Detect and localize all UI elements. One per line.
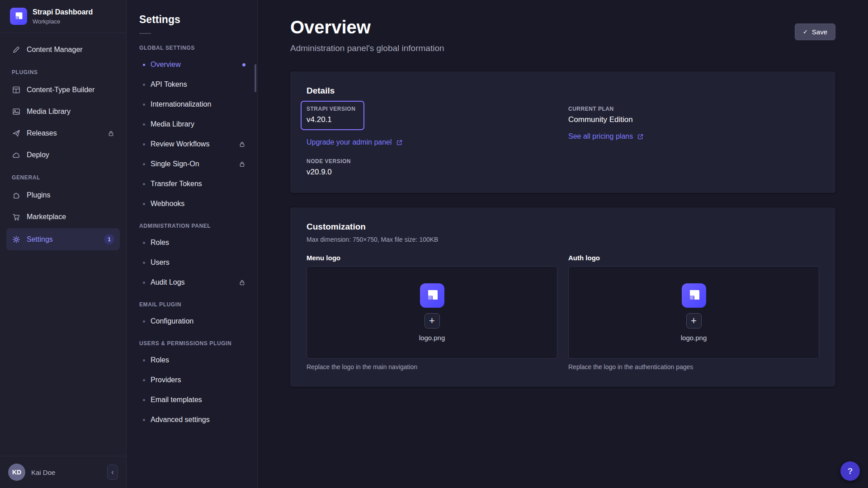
subnav-item-webhooks[interactable]: Webhooks (127, 194, 257, 214)
subnav-item-label: Email templates (151, 394, 202, 405)
subnav-item-overview[interactable]: Overview (127, 55, 257, 75)
menu-logo-caption: Replace the logo in the main navigation (307, 363, 557, 371)
subnav-item-label: Media Library (151, 119, 194, 130)
subnav-item-providers[interactable]: Providers (127, 370, 257, 390)
subnav-item-audit-logs[interactable]: Audit Logs (127, 272, 257, 292)
external-link-icon (396, 139, 403, 146)
strapi-logo-icon (420, 283, 444, 308)
sidebar-item-releases[interactable]: Releases (6, 123, 120, 144)
plus-icon: + (429, 316, 435, 326)
add-logo-button[interactable]: + (686, 313, 702, 328)
bullet-icon (143, 242, 145, 244)
bullet-icon (143, 183, 145, 185)
strapi-logo-icon (10, 8, 27, 25)
subnav-item-api-tokens[interactable]: API Tokens (127, 75, 257, 94)
subnav-item-label: Roles (151, 355, 169, 366)
subnav-item-label: Audit Logs (151, 277, 185, 288)
subnav-item-label: Single Sign-On (151, 159, 199, 169)
pencil-icon (12, 45, 21, 54)
check-icon: ✓ (803, 29, 808, 35)
auth-logo-section: Auth logo + (568, 254, 819, 371)
subnav-item-advanced-settings[interactable]: Advanced settings (127, 410, 257, 430)
sidebar-section-plugins: PLUGINS (6, 61, 120, 80)
field-value: v4.20.1 (307, 115, 355, 124)
subnav-item-label: Advanced settings (151, 414, 210, 425)
subnav-item-users[interactable]: Users (127, 253, 257, 272)
sidebar-item-content-type-builder[interactable]: Content-Type Builder (6, 80, 120, 100)
save-button[interactable]: ✓ Save (795, 23, 835, 40)
user-name: Kai Doe (31, 469, 55, 476)
subnav-item-up-roles[interactable]: Roles (127, 350, 257, 370)
paper-plane-icon (12, 129, 21, 138)
subnav-item-review-workflows[interactable]: Review Workflows (127, 134, 257, 154)
help-button[interactable]: ? (840, 461, 860, 481)
details-card: Details STRAPI VERSION v4.20.1 Upgrade y… (290, 71, 835, 193)
strapi-logo-icon (682, 283, 706, 308)
menu-logo-upload-area[interactable]: + logo.png (307, 266, 557, 359)
current-plan-field: CURRENT PLAN Community Edition (568, 106, 819, 124)
page-title: Overview (290, 17, 444, 38)
bullet-icon (143, 320, 145, 323)
subnav-section-users-permissions-plugin: USERS & PERMISSIONS PLUGIN (127, 331, 257, 350)
bullet-icon (143, 282, 145, 284)
subnav-item-admin-roles[interactable]: Roles (127, 233, 257, 253)
gear-icon (12, 235, 21, 244)
cart-icon (12, 212, 21, 221)
customization-card: Customization Max dimension: 750×750, Ma… (290, 207, 835, 387)
lock-icon (239, 279, 245, 286)
sidebar-item-media-library[interactable]: Media Library (6, 101, 120, 122)
sidebar-item-label: Content-Type Builder (27, 86, 94, 94)
sidebar-item-marketplace[interactable]: Marketplace (6, 206, 120, 227)
scrollbar-thumb[interactable] (255, 64, 256, 92)
upgrade-admin-panel-link[interactable]: Upgrade your admin panel (307, 138, 403, 146)
sidebar-section-general: GENERAL (6, 166, 120, 185)
image-icon (12, 107, 21, 116)
bullet-icon (143, 143, 145, 145)
subnav-item-label: Transfer Tokens (151, 178, 202, 189)
bullet-icon (143, 64, 145, 66)
sidebar-item-label: Marketplace (27, 213, 66, 221)
sidebar-item-settings[interactable]: Settings 1 (6, 228, 120, 250)
workspace-brand[interactable]: Strapi Dashboard Workplace (0, 0, 126, 33)
subnav-item-label: Providers (151, 375, 181, 385)
subnav-item-internationalization[interactable]: Internationalization (127, 94, 257, 114)
subnav-section-global-settings: GLOBAL SETTINGS (127, 36, 257, 55)
main-sidebar: Strapi Dashboard Workplace Content Manag… (0, 0, 127, 488)
bullet-icon (143, 163, 145, 165)
external-link-icon (637, 133, 644, 140)
lock-icon (239, 161, 245, 168)
sidebar-item-plugins[interactable]: Plugins (6, 185, 120, 206)
workspace-title: Strapi Dashboard (33, 8, 93, 16)
sidebar-item-deploy[interactable]: Deploy (6, 145, 120, 165)
subnav-item-transfer-tokens[interactable]: Transfer Tokens (127, 174, 257, 194)
field-value: Community Edition (568, 115, 819, 124)
chevron-left-icon: ‹ (111, 468, 113, 476)
subnav-item-media-library[interactable]: Media Library (127, 114, 257, 134)
subnav-item-label: Users (151, 257, 170, 268)
save-button-label: Save (812, 28, 827, 36)
subnav-item-single-sign-on[interactable]: Single Sign-On (127, 154, 257, 174)
sidebar-item-label: Media Library (27, 108, 71, 116)
sidebar-nav-list: Content Manager PLUGINS Content-Type Bui… (0, 33, 126, 456)
bullet-icon (143, 419, 145, 421)
user-profile[interactable]: KD Kai Doe ‹ (0, 456, 126, 488)
subnav-item-label: API Tokens (151, 79, 187, 90)
add-logo-button[interactable]: + (425, 313, 440, 328)
sidebar-item-content-manager[interactable]: Content Manager (6, 39, 120, 60)
menu-logo-section: Menu logo + (307, 254, 557, 371)
subnav-item-label: Review Workflows (151, 139, 209, 150)
subnav-item-email-templates[interactable]: Email templates (127, 390, 257, 410)
subnav-item-configuration[interactable]: Configuration (127, 311, 257, 331)
bullet-icon (143, 103, 145, 106)
field-label: NODE VERSION (307, 158, 557, 164)
bullet-icon (143, 123, 145, 126)
node-version-field: NODE VERSION v20.9.0 (307, 158, 557, 177)
auth-logo-upload-area[interactable]: + logo.png (568, 266, 819, 359)
logo-filename: logo.png (419, 334, 445, 342)
subnav-item-label: Roles (151, 237, 169, 248)
page-header: Overview Administration panel's global i… (290, 0, 835, 53)
pricing-plans-link[interactable]: See all pricing plans (568, 132, 644, 141)
collapse-sidebar-button[interactable]: ‹ (107, 465, 118, 480)
subnav-item-label: Configuration (151, 316, 193, 327)
auth-logo-caption: Replace the logo in the authentication p… (568, 363, 819, 371)
